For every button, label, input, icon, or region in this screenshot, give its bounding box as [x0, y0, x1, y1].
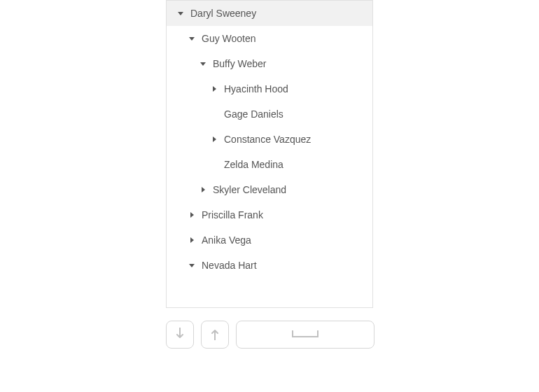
tree-row[interactable]: Guy Wooten	[167, 26, 372, 51]
tree-row[interactable]: Gage Daniels	[167, 102, 372, 127]
chevron-right-icon[interactable]	[188, 211, 196, 219]
chevron-right-icon[interactable]	[188, 236, 196, 244]
chevron-down-icon[interactable]	[188, 34, 196, 43]
tree-row[interactable]: Anika Vega	[167, 227, 372, 253]
tree-list[interactable]: Daryl SweeneyGuy WootenBuffy WeberHyacin…	[166, 0, 373, 308]
arrow-down-icon	[175, 328, 185, 342]
chevron-right-icon[interactable]	[210, 85, 218, 93]
chevron-right-icon[interactable]	[210, 135, 218, 144]
tree-row[interactable]: Buffy Weber	[167, 51, 372, 76]
tree-row[interactable]: Constance Vazquez	[167, 127, 372, 152]
spacebar-button[interactable]	[236, 321, 374, 349]
tree-item-label: Guy Wooten	[202, 33, 256, 44]
tree-row[interactable]: Priscilla Frank	[167, 202, 372, 227]
tree-item-label: Anika Vega	[202, 234, 251, 246]
tree-item-label: Daryl Sweeney	[190, 8, 256, 19]
spacebar-icon	[291, 330, 319, 340]
tree-item-label: Constance Vazquez	[224, 134, 311, 145]
arrow-up-icon	[210, 328, 220, 342]
tree-item-label: Buffy Weber	[213, 58, 267, 69]
tree-row[interactable]: Hyacinth Hood	[167, 76, 372, 102]
tree-item-label: Nevada Hart	[202, 260, 257, 271]
tree-row[interactable]: Zelda Medina	[167, 152, 372, 177]
tree-item-label: Priscilla Frank	[202, 209, 263, 220]
arrow-up-button[interactable]	[201, 321, 229, 349]
tree-item-label: Zelda Medina	[224, 159, 284, 170]
chevron-down-icon[interactable]	[176, 9, 185, 18]
tree-row[interactable]: Nevada Hart	[167, 253, 372, 278]
tree-item-label: Skyler Cleveland	[213, 184, 286, 195]
tree-row[interactable]: Daryl Sweeney	[167, 1, 372, 26]
chevron-right-icon[interactable]	[199, 186, 207, 194]
toolbar	[166, 321, 374, 349]
tree-row[interactable]: Skyler Cleveland	[167, 177, 372, 202]
chevron-down-icon[interactable]	[188, 261, 196, 270]
tree-item-label: Hyacinth Hood	[224, 83, 288, 94]
arrow-down-button[interactable]	[166, 321, 194, 349]
chevron-down-icon[interactable]	[199, 59, 207, 68]
tree-item-label: Gage Daniels	[224, 108, 284, 120]
